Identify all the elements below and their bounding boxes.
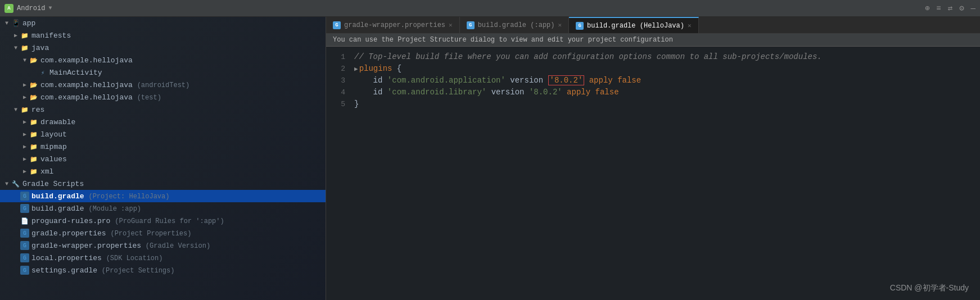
code-plain: } [354, 99, 359, 108]
tree-item-res[interactable]: ▼📁res [0, 103, 326, 116]
list-icon[interactable]: ≡ [936, 4, 941, 13]
tree-item-local-properties[interactable]: Glocal.properties (SDK Location) [0, 252, 326, 264]
tree-item-settings-gradle[interactable]: Gsettings.gradle (Project Settings) [0, 264, 326, 276]
line-number: 5 [326, 99, 354, 110]
watermark: CSDN @初学者-Study [890, 283, 969, 293]
code-line: 3 id 'com.android.application' version '… [326, 75, 980, 87]
code-plain: version [486, 88, 529, 97]
folder-icon: 📁 [20, 31, 29, 40]
item-label: res [31, 106, 44, 114]
code-plain [584, 76, 589, 85]
tree-item-proguard[interactable]: 📄proguard-rules.pro (ProGuard Rules for … [0, 215, 326, 227]
code-keyword: plugins [359, 64, 392, 73]
item-label: xml [40, 167, 53, 176]
minimize-icon[interactable]: — [971, 4, 976, 13]
tree-arrow: ▶ [11, 31, 20, 40]
tree-item-xml[interactable]: ▶📁xml [0, 165, 326, 178]
tree-item-manifests[interactable]: ▶📁manifests [0, 29, 326, 42]
add-icon[interactable]: ⊕ [925, 3, 929, 13]
folder-icon: 📁 [29, 142, 38, 151]
tree-item-MainActivity[interactable]: ⚡MainActivity [0, 66, 326, 79]
title-bar-left: A Android ▼ [4, 4, 52, 13]
folder-icon: 📁 [29, 167, 38, 176]
tree-item-java[interactable]: ▼📁java [0, 42, 326, 54]
tab-close-build-app[interactable]: ✕ [558, 21, 562, 29]
tree-item-gradle-scripts[interactable]: ▼🔧Gradle Scripts [0, 178, 326, 190]
tree-arrow-empty [11, 229, 20, 238]
code-string: 'com.android.library' [387, 88, 486, 97]
code-line: 1// Top-level build file where you can a… [326, 51, 980, 63]
tree-item-gradle-wrapper-props[interactable]: Ggradle-wrapper.properties (Gradle Versi… [0, 239, 326, 252]
swap-icon[interactable]: ⇄ [948, 3, 952, 13]
sidebar: ▼📱app▶📁manifests▼📁java▼📂com.example.hell… [0, 17, 326, 300]
code-line: 4 id 'com.android.library' version '8.0.… [326, 87, 980, 98]
tree-item-mipmap[interactable]: ▶📁mipmap [0, 140, 326, 153]
tree-item-app[interactable]: ▼📱app [0, 17, 326, 29]
editor-container: 1// Top-level build file where you can a… [326, 47, 980, 300]
gradle-file-icon: G [20, 266, 29, 275]
settings-icon[interactable]: ⚙ [959, 3, 964, 13]
folder-icon: 📁 [20, 43, 29, 52]
folder-icon: 📁 [29, 117, 38, 126]
item-label: Gradle Scripts [22, 180, 84, 188]
tab-build-gradle-hello[interactable]: G build.gradle (HelloJava) ✕ [569, 17, 698, 33]
tree-item-values[interactable]: ▶📁values [0, 153, 326, 165]
folder-icon: 📁 [29, 130, 38, 139]
line-content: ▶plugins { [354, 63, 980, 75]
item-label: gradle.properties (Project Properties) [31, 229, 191, 238]
tree-arrow: ▼ [20, 56, 29, 65]
gradle-file-icon: G [20, 229, 29, 238]
item-label: com.example.hellojava (androidTest) [40, 81, 189, 89]
code-line: 5} [326, 98, 980, 110]
code-plain [613, 76, 617, 85]
tree-item-layout[interactable]: ▶📁layout [0, 128, 326, 140]
fold-arrow[interactable]: ▶ [354, 66, 358, 72]
tree-arrow: ▶ [20, 117, 29, 126]
android-icon: A [4, 4, 13, 13]
tree-arrow: ▼ [11, 105, 20, 114]
item-label: MainActivity [49, 69, 102, 77]
item-label: values [40, 155, 67, 163]
tree-item-com.example.hellojava.test[interactable]: ▶📂com.example.hellojava (test) [0, 91, 326, 103]
tree-item-gradle-properties[interactable]: Ggradle.properties (Project Properties) [0, 227, 326, 239]
item-label: manifests [31, 31, 71, 40]
package-icon: 📂 [29, 80, 38, 89]
tree-arrow: ▶ [20, 142, 29, 151]
tree-item-build-gradle-project[interactable]: Gbuild.gradle (Project: HelloJava) [0, 190, 326, 202]
tree-item-drawable[interactable]: ▶📁drawable [0, 116, 326, 128]
line-content: id 'com.android.library' version '8.0.2'… [354, 87, 980, 98]
item-label: mipmap [40, 143, 67, 151]
tab-build-gradle-hello-label: build.gradle (HelloJava) [587, 22, 684, 30]
tree-item-com.example.hellojava.androidTest[interactable]: ▶📂com.example.hellojava (androidTest) [0, 79, 326, 91]
package-icon: 📂 [29, 56, 38, 65]
info-bar: You can use the Project Structure dialog… [326, 34, 980, 47]
platform-dropdown[interactable]: ▼ [48, 5, 52, 11]
item-label: layout [40, 130, 67, 139]
code-string: '8.0.2' [529, 88, 562, 97]
tab-build-gradle-app[interactable]: G build.gradle (:app) ✕ [460, 17, 569, 33]
item-label: drawable [40, 118, 75, 126]
line-number: 4 [326, 87, 354, 98]
tab-close-gradle-wrapper[interactable]: ✕ [449, 21, 453, 29]
tree-arrow: ▶ [20, 130, 29, 139]
code-comment: // Top-level build file where you can ad… [354, 52, 822, 61]
line-content: // Top-level build file where you can ad… [354, 51, 980, 62]
tree-item-com.example.hellojava[interactable]: ▼📂com.example.hellojava [0, 54, 326, 66]
code-plain: version [505, 76, 548, 85]
item-label: proguard-rules.pro (ProGuard Rules for '… [31, 217, 224, 225]
code-editor[interactable]: 1// Top-level build file where you can a… [326, 47, 980, 300]
tree-arrow: ▶ [20, 80, 29, 89]
tree-arrow-empty [11, 241, 20, 250]
gradle-file-icon: G [20, 241, 29, 250]
tree-item-build-gradle-module[interactable]: Gbuild.gradle (Module :app) [0, 202, 326, 215]
tree-arrow: ▶ [20, 93, 29, 102]
tree-arrow-empty [11, 253, 20, 262]
tab-gradle-wrapper[interactable]: G gradle-wrapper.properties ✕ [326, 17, 460, 33]
tree-arrow-empty [11, 192, 20, 201]
item-label: build.gradle (Module :app) [31, 204, 141, 213]
tab-close-build-hello[interactable]: ✕ [688, 22, 692, 29]
code-line: 2▶plugins { [326, 63, 980, 75]
folder-icon: 📁 [29, 154, 38, 163]
tree-arrow: ▼ [11, 43, 20, 52]
gradle-icon-3: G [576, 22, 584, 30]
